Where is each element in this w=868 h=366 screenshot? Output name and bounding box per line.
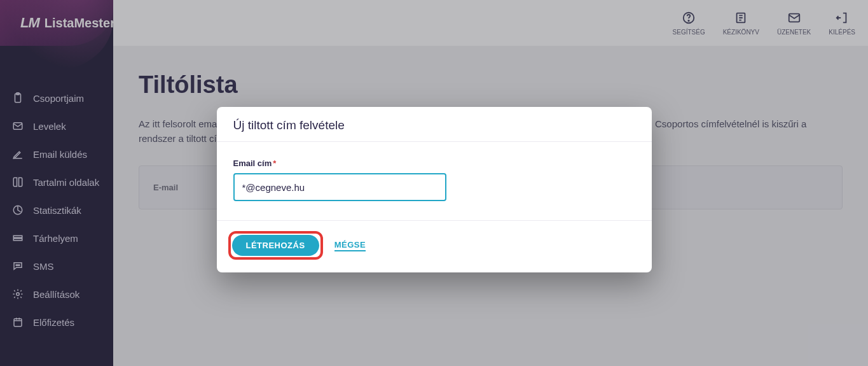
- email-input[interactable]: [233, 173, 446, 201]
- modal-body: Email cím*: [217, 142, 652, 220]
- field-label-email: Email cím*: [233, 158, 635, 168]
- modal-footer: LÉTREHOZÁS MÉGSE: [217, 220, 652, 272]
- required-asterisk: *: [273, 158, 276, 168]
- modal-title: Új tiltott cím felvétele: [217, 107, 652, 142]
- create-button[interactable]: LÉTREHOZÁS: [232, 235, 319, 256]
- modal-new-blocked-address: Új tiltott cím felvétele Email cím* LÉTR…: [217, 107, 652, 272]
- cancel-button[interactable]: MÉGSE: [334, 240, 366, 251]
- field-label-text: Email cím: [233, 158, 272, 168]
- highlight-ring: LÉTREHOZÁS: [228, 231, 323, 260]
